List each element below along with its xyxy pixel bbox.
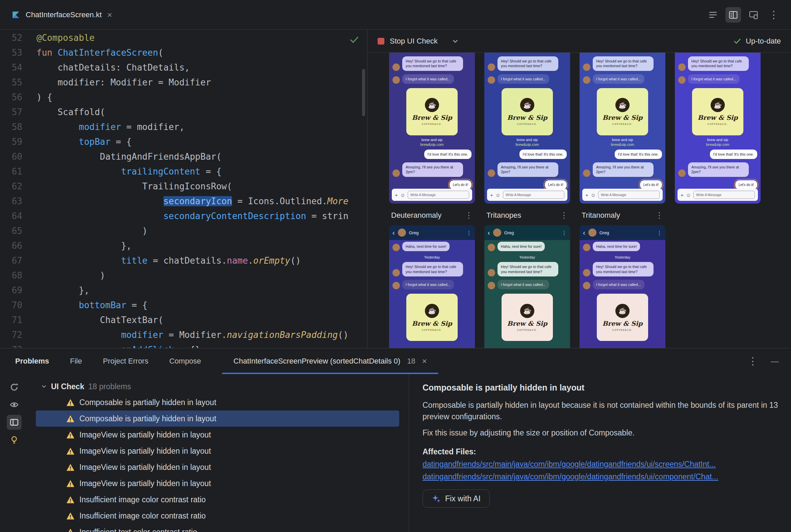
problem-row[interactable]: ImageView is partially hidden in layout — [36, 443, 399, 459]
code-line[interactable]: Scaffold( — [36, 104, 367, 119]
emoji-icon[interactable]: ☺ — [686, 192, 691, 197]
code-line[interactable]: ChatTextBar( — [36, 312, 367, 327]
lightbulb-icon[interactable] — [7, 432, 22, 447]
menu-icon[interactable]: ⋮ — [657, 230, 662, 235]
menu-icon[interactable]: ⋮ — [562, 230, 567, 235]
affected-file-link[interactable]: datingandfriends/src/main/java/com/ibm/g… — [423, 472, 779, 481]
code-line[interactable]: title = chatDetails.name.orEmpty() — [36, 253, 367, 268]
add-attachment-icon[interactable]: + — [681, 192, 684, 197]
code-line[interactable]: chatDetails: ChatDetails, — [36, 60, 367, 75]
code-line[interactable]: ) — [36, 224, 367, 238]
message-input-bar[interactable]: +☺Write A Message — [392, 189, 472, 201]
emoji-icon[interactable]: ☺ — [495, 192, 500, 197]
preview-phone[interactable]: Hey! Should we go to that cafe you menti… — [580, 53, 665, 204]
code-line[interactable]: topBar = { — [36, 134, 367, 149]
back-icon[interactable]: ‹ — [583, 229, 585, 236]
problem-row[interactable]: Composable is partially hidden in layout — [36, 411, 399, 427]
emoji-icon[interactable]: ☺ — [591, 192, 596, 197]
problem-row[interactable]: ImageView is partially hidden in layout — [36, 459, 399, 475]
preview-phone[interactable]: ‹Greg⋮Haha, next time for sure!Yesterday… — [484, 225, 570, 348]
message-input-bar[interactable]: +☺Write A Message — [678, 189, 758, 201]
code-line[interactable]: modifier = modifier, — [36, 119, 367, 134]
card-url[interactable]: brew&sip.com — [692, 142, 743, 147]
message-row: Hey! Should we go to that cafe you menti… — [580, 260, 665, 278]
device-preview-icon[interactable] — [746, 7, 761, 23]
minimize-icon[interactable]: — — [771, 357, 779, 366]
refresh-icon[interactable] — [7, 380, 22, 395]
message-input[interactable]: Write A Message — [693, 191, 755, 199]
split-editor-icon[interactable] — [725, 7, 741, 23]
card-url[interactable]: brew&sip.com — [597, 142, 648, 147]
avatar — [678, 63, 686, 71]
emoji-icon[interactable]: ☺ — [400, 192, 405, 197]
preview-menu-icon[interactable]: ⋮ — [465, 211, 473, 220]
tab-close-icon[interactable]: × — [107, 11, 112, 19]
problem-row[interactable]: Insufficient text color contrast ratio — [36, 524, 399, 532]
card-url[interactable]: brew&sip.com — [501, 142, 553, 147]
tab-file[interactable]: File — [70, 357, 82, 366]
code-line[interactable]: modifier = Modifier.navigationBarsPaddin… — [36, 327, 367, 342]
warning-icon — [66, 463, 75, 472]
more-menu-icon[interactable]: ⋮ — [766, 7, 781, 23]
back-icon[interactable]: ‹ — [488, 229, 490, 236]
tab-project-errors[interactable]: Project Errors — [103, 357, 148, 366]
chevron-down-icon[interactable] — [41, 383, 47, 390]
code-line[interactable]: trailingContent = { — [36, 164, 367, 179]
preview-phone[interactable]: Hey! Should we go to that cafe you menti… — [484, 53, 570, 204]
avatar — [488, 269, 495, 277]
preview-phone[interactable]: ‹Greg⋮Haha, next time for sure!Yesterday… — [580, 225, 665, 348]
message-input[interactable]: Write A Message — [503, 191, 564, 199]
add-attachment-icon[interactable]: + — [585, 192, 588, 197]
code-line[interactable]: }, — [36, 238, 367, 253]
structure-lines-icon[interactable] — [705, 7, 721, 23]
menu-icon[interactable]: ⋮ — [466, 230, 472, 235]
editor-tab[interactable]: ChatInterfaceScreen.kt × — [8, 0, 115, 30]
code-line[interactable]: secondaryContentDescription = strin — [36, 209, 367, 224]
code-line[interactable]: onAddClick = {} — [36, 342, 367, 348]
details-view-icon[interactable] — [7, 415, 22, 430]
eye-icon[interactable] — [7, 397, 22, 412]
preview-menu-icon[interactable]: ⋮ — [655, 211, 663, 220]
problem-row[interactable]: ImageView is partially hidden in layout — [36, 475, 399, 492]
code-line[interactable]: @Composable — [36, 31, 367, 45]
problems-group-header[interactable]: UI Check 18 problems — [29, 379, 409, 394]
line-number: 71 — [0, 312, 22, 327]
code-line[interactable]: ) — [36, 268, 367, 283]
problem-row[interactable]: Composable is partially hidden in layout — [36, 394, 399, 411]
back-icon[interactable]: ‹ — [392, 229, 395, 236]
preview-menu-icon[interactable]: ⋮ — [560, 211, 568, 220]
stop-ui-check-button[interactable]: Stop UI Check — [378, 37, 438, 45]
tab-close-icon[interactable]: × — [422, 357, 427, 366]
message-input[interactable]: Write A Message — [408, 191, 469, 199]
code-line[interactable]: ) { — [36, 90, 367, 104]
fix-with-ai-button[interactable]: Fix with AI — [423, 490, 490, 508]
add-attachment-icon[interactable]: + — [490, 192, 493, 197]
panel-options-icon[interactable]: ⋮ — [748, 356, 758, 366]
tool-window-title[interactable]: Problems — [15, 357, 49, 366]
problem-row[interactable]: Insufficient image color contrast ratio — [36, 508, 399, 524]
code-editor[interactable]: 5253545556575859606162636465666768697071… — [0, 30, 367, 348]
problem-row[interactable]: ImageView is partially hidden in layout — [36, 427, 399, 443]
tab-preview[interactable]: ChatInterfaceScreenPreview (sortedChatDe… — [222, 348, 438, 374]
preview-phone[interactable]: Hey! Should we go to that cafe you menti… — [675, 53, 760, 204]
editor-scrollbar[interactable] — [362, 69, 365, 116]
preview-phone[interactable]: ‹Greg⋮Haha, next time for sure!Yesterday… — [389, 225, 475, 348]
code-line[interactable]: secondaryIcon = Icons.Outlined.More — [36, 194, 367, 209]
code-line[interactable]: DatingAndFriendsAppBar( — [36, 149, 367, 164]
tab-compose[interactable]: Compose — [169, 357, 201, 366]
code-line[interactable]: bottomBar = { — [36, 298, 367, 312]
add-attachment-icon[interactable]: + — [395, 192, 398, 197]
code-line[interactable]: modifier: Modifier = Modifier — [36, 75, 367, 90]
affected-file-link[interactable]: datingandfriends/src/main/java/com/ibm/g… — [423, 460, 779, 469]
chevron-down-icon[interactable] — [452, 38, 459, 44]
code-line[interactable]: TrailingIconsRow( — [36, 179, 367, 194]
message-input-bar[interactable]: +☺Write A Message — [582, 189, 663, 201]
code-line[interactable]: }, — [36, 283, 367, 298]
problem-row[interactable]: Insufficient image color contrast ratio — [36, 492, 399, 508]
inspection-ok-icon[interactable] — [349, 34, 360, 45]
card-url[interactable]: brew&sip.com — [406, 142, 458, 147]
message-input[interactable]: Write A Message — [598, 191, 660, 199]
preview-phone[interactable]: Hey! Should we go to that cafe you menti… — [389, 53, 475, 204]
code-line[interactable]: fun ChatInterfaceScreen( — [36, 45, 367, 60]
message-input-bar[interactable]: +☺Write A Message — [487, 189, 567, 201]
